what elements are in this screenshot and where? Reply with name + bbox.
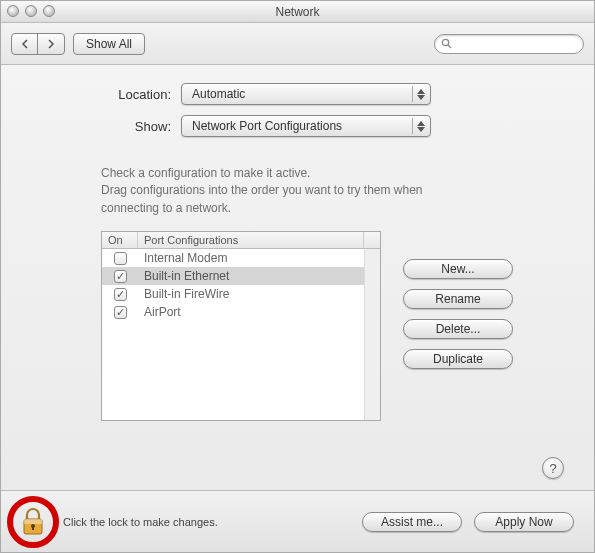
lock-icon: [20, 507, 46, 537]
chevron-right-icon: [46, 39, 56, 49]
list-row[interactable]: AirPort: [102, 303, 380, 321]
help-button[interactable]: ?: [542, 457, 564, 479]
show-value: Network Port Configurations: [192, 119, 342, 133]
zoom-window-button[interactable]: [43, 5, 55, 17]
window-controls: [7, 5, 55, 17]
delete-button[interactable]: Delete...: [403, 319, 513, 339]
duplicate-button[interactable]: Duplicate: [403, 349, 513, 369]
enable-checkbox[interactable]: [114, 270, 127, 283]
side-buttons: New... Rename Delete... Duplicate: [403, 231, 513, 421]
close-window-button[interactable]: [7, 5, 19, 17]
svg-point-0: [442, 39, 448, 45]
instructions-line2: Drag configurations into the order you w…: [101, 183, 423, 214]
instructions-line1: Check a configuration to make it active.: [101, 166, 310, 180]
list-body: Internal ModemBuilt-in EthernetBuilt-in …: [102, 249, 380, 420]
location-label: Location:: [41, 87, 171, 102]
location-popup[interactable]: Automatic: [181, 83, 431, 105]
location-value: Automatic: [192, 87, 245, 101]
show-popup[interactable]: Network Port Configurations: [181, 115, 431, 137]
port-configurations-list[interactable]: On Port Configurations Internal ModemBui…: [101, 231, 381, 421]
show-row: Show: Network Port Configurations: [41, 115, 554, 137]
forward-button[interactable]: [38, 34, 64, 54]
enable-checkbox[interactable]: [114, 252, 127, 265]
list-header: On Port Configurations: [102, 232, 380, 249]
list-row[interactable]: Built-in Ethernet: [102, 267, 380, 285]
search-field[interactable]: [434, 34, 584, 54]
port-name: Built-in FireWire: [138, 287, 380, 301]
back-button[interactable]: [12, 34, 38, 54]
search-icon: [441, 38, 452, 49]
updown-arrows-icon: [412, 86, 428, 102]
titlebar: Network: [1, 1, 594, 23]
column-on[interactable]: On: [102, 232, 138, 248]
search-input[interactable]: [456, 37, 577, 51]
new-button[interactable]: New...: [403, 259, 513, 279]
show-all-button[interactable]: Show All: [73, 33, 145, 55]
apply-now-button[interactable]: Apply Now: [474, 512, 574, 532]
instructions-text: Check a configuration to make it active.…: [101, 165, 481, 217]
minimize-window-button[interactable]: [25, 5, 37, 17]
updown-arrows-icon: [412, 118, 428, 134]
rename-button[interactable]: Rename: [403, 289, 513, 309]
port-name: AirPort: [138, 305, 380, 319]
chevron-left-icon: [20, 39, 30, 49]
lock-hint-text: Click the lock to make changes.: [63, 516, 218, 528]
port-name: Internal Modem: [138, 251, 380, 265]
window-title: Network: [275, 5, 319, 19]
scrollbar[interactable]: [364, 249, 380, 420]
content-area: Location: Automatic Show: Network Port C…: [1, 65, 594, 490]
enable-checkbox[interactable]: [114, 288, 127, 301]
enable-checkbox[interactable]: [114, 306, 127, 319]
nav-back-forward: [11, 33, 65, 55]
location-row: Location: Automatic: [41, 83, 554, 105]
svg-line-1: [448, 45, 451, 48]
show-label: Show:: [41, 119, 171, 134]
network-preferences-window: Network Show All Location: Automatic: [0, 0, 595, 553]
list-row[interactable]: Internal Modem: [102, 249, 380, 267]
list-row[interactable]: Built-in FireWire: [102, 285, 380, 303]
toolbar: Show All: [1, 23, 594, 65]
svg-rect-3: [24, 519, 42, 524]
footer: Click the lock to make changes. Assist m…: [1, 490, 594, 552]
assist-me-button[interactable]: Assist me...: [362, 512, 462, 532]
lock-button[interactable]: [13, 502, 53, 542]
column-port-configurations[interactable]: Port Configurations: [138, 232, 364, 248]
port-name: Built-in Ethernet: [138, 269, 380, 283]
svg-rect-5: [32, 526, 34, 530]
